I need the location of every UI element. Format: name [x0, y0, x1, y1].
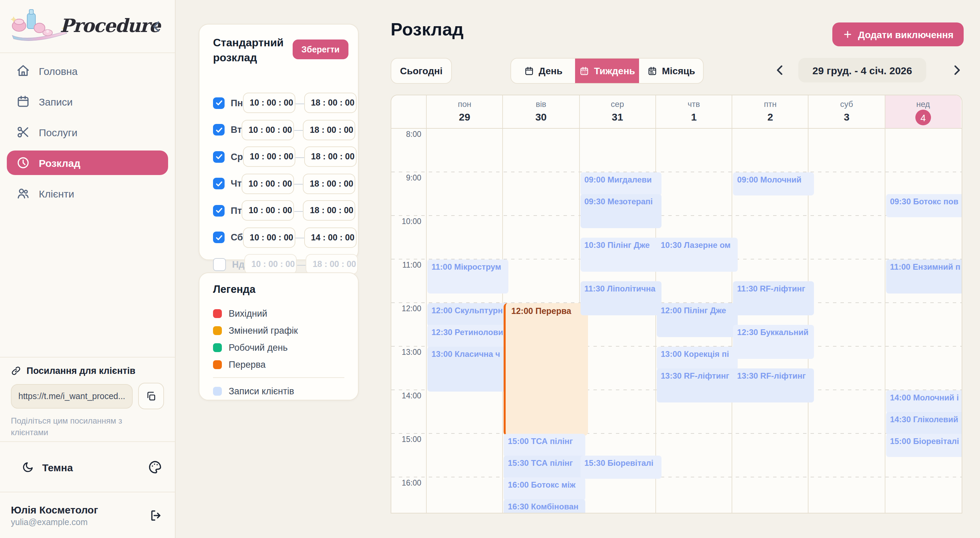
day-header-сер[interactable]: сер 31: [579, 95, 655, 128]
schedule-row-Пн: Пн 10 : 00 : 00 — 18 : 00 : 00: [213, 93, 350, 112]
next-week-button[interactable]: [950, 63, 964, 77]
booking-event[interactable]: 12:30 Ретинолови: [427, 325, 509, 348]
today-button[interactable]: Сьогодні: [391, 58, 452, 84]
sidebar-item-services[interactable]: Послуги: [7, 120, 168, 144]
end-time-input[interactable]: 18 : 00 : 00: [304, 93, 356, 113]
legend-item: Робочий день: [213, 339, 344, 356]
day-header-птн[interactable]: птн 2: [732, 95, 808, 128]
end-time-input[interactable]: 18 : 00 : 00: [303, 120, 355, 140]
booking-event[interactable]: 10:30 Лазерне ом: [657, 238, 738, 272]
end-time-input[interactable]: 18 : 00 : 00: [303, 173, 355, 194]
app-logo: Procedure: [7, 5, 160, 45]
legend-color-chip: [213, 326, 222, 335]
booking-event[interactable]: 11:30 Ліполітична: [580, 281, 662, 315]
hour-gridline: [391, 215, 962, 216]
booking-event[interactable]: 09:00 Мигдалеви: [580, 172, 662, 195]
day-label: Нд: [232, 259, 245, 269]
booking-event[interactable]: 13:30 RF-ліфтинг: [733, 369, 814, 402]
end-time-input[interactable]: 18 : 00 : 00: [306, 254, 358, 275]
time-axis-label: 15:00: [391, 434, 421, 445]
prev-week-button[interactable]: [773, 63, 787, 77]
save-button[interactable]: Зберегти: [293, 40, 348, 59]
palette-icon[interactable]: [148, 460, 163, 475]
time-range-dash: —: [297, 259, 306, 269]
end-time-input[interactable]: 18 : 00 : 00: [303, 200, 356, 221]
booking-event[interactable]: 12:00 Скульптурн: [427, 303, 509, 326]
sidebar-item-appointments[interactable]: Записи: [7, 89, 168, 114]
day-header-нед[interactable]: нед 4: [885, 95, 961, 128]
logout-icon[interactable]: [149, 509, 163, 522]
sidebar-item-schedule[interactable]: Розклад: [7, 150, 168, 175]
start-time-input[interactable]: 10 : 00 : 00: [242, 200, 294, 221]
start-time-input[interactable]: 10 : 00 : 00: [245, 254, 297, 275]
day-date: 29: [427, 111, 503, 123]
day-checkbox[interactable]: [213, 231, 224, 243]
day-checkbox[interactable]: [213, 151, 224, 163]
tab-label: Тиждень: [594, 65, 635, 76]
start-time-input[interactable]: 10 : 00 : 00: [243, 227, 295, 247]
add-exception-button[interactable]: Додати виключення: [832, 22, 964, 46]
sidebar-collapse-button[interactable]: [149, 19, 164, 34]
booking-event[interactable]: 09:00 Молочний: [733, 172, 814, 195]
schedule-day-rows: Пн 10 : 00 : 00 — 18 : 00 : 00 Вт 10 : 0…: [213, 93, 350, 274]
start-time-input[interactable]: 10 : 00 : 00: [243, 93, 295, 113]
booking-event[interactable]: 13:00 Корекція пі: [657, 346, 738, 370]
theme-toggle-label[interactable]: Темна: [42, 461, 148, 473]
day-checkbox[interactable]: [213, 178, 224, 189]
booking-event[interactable]: 15:00 Біоревіталі: [886, 434, 962, 457]
copy-link-button[interactable]: [138, 383, 164, 409]
booking-event[interactable]: 14:30 Гліколевий: [886, 412, 962, 435]
date-range[interactable]: 29 груд. - 4 січ. 2026: [798, 58, 926, 82]
booking-event[interactable]: 10:30 Пілінг Дже: [580, 238, 662, 272]
day-checkbox[interactable]: [213, 124, 224, 136]
day-header-чтв[interactable]: чтв 1: [656, 95, 732, 128]
time-axis-label: 12:00: [391, 303, 421, 314]
booking-event[interactable]: 11:00 Мікрострум: [427, 259, 509, 294]
sidebar-item-clients[interactable]: Клієнти: [7, 181, 168, 206]
booking-event[interactable]: 12:00 Пілінг Дже: [657, 303, 738, 337]
time-range-dash: —: [295, 232, 304, 243]
booking-event[interactable]: 14:00 Молочний і: [886, 390, 962, 413]
day-name: нед: [885, 99, 961, 109]
sidebar-item-home[interactable]: Головна: [7, 59, 168, 83]
plus-icon: [843, 29, 853, 40]
time-axis-label: 14:00: [391, 390, 421, 401]
tab-week[interactable]: Тиждень: [575, 59, 639, 83]
end-time-input[interactable]: 14 : 00 : 00: [304, 227, 356, 247]
booking-event[interactable]: 16:30 Комбінован: [504, 499, 585, 514]
week-calendar-grid: пон 29 вів 30 сер 31 чтв 1 птн 2: [391, 95, 962, 514]
booking-event[interactable]: 15:30 ТСА пілінг: [504, 456, 585, 479]
booking-event[interactable]: 15:00 ТСА пілінг: [504, 434, 585, 457]
booking-event[interactable]: 15:30 Біоревіталі: [580, 456, 662, 479]
booking-event[interactable]: 11:00 Ензимний п: [886, 259, 962, 294]
users-icon: [16, 187, 30, 200]
time-axis-label: 9:00: [391, 172, 421, 183]
booking-event[interactable]: 12:30 Буккальний: [733, 325, 814, 359]
day-checkbox[interactable]: [213, 204, 224, 216]
booking-event[interactable]: 13:00 Класична ч: [427, 346, 509, 391]
column-separator: [426, 95, 427, 513]
tab-day[interactable]: День: [511, 59, 575, 83]
end-time-input[interactable]: 18 : 00 : 00: [304, 147, 356, 167]
start-time-input[interactable]: 10 : 00 : 00: [242, 120, 294, 140]
day-label: Чт: [231, 179, 242, 188]
day-header-суб[interactable]: суб 3: [809, 95, 885, 128]
booking-event[interactable]: 13:30 RF-ліфтинг: [657, 369, 738, 402]
tab-month[interactable]: Місяць: [639, 59, 703, 83]
day-header-вів[interactable]: вів 30: [503, 95, 579, 128]
column-separator: [885, 95, 885, 513]
day-checkbox[interactable]: [213, 258, 226, 271]
client-link-input[interactable]: https://t.me/i_want_proced...: [11, 384, 132, 408]
booking-event[interactable]: 09:30 Мезотерапі: [580, 194, 662, 228]
start-time-input[interactable]: 10 : 00 : 00: [243, 147, 295, 167]
legend-title: Легенда: [213, 283, 256, 295]
day-date: 31: [579, 111, 655, 123]
booking-event[interactable]: 11:30 RF-ліфтинг: [733, 281, 814, 315]
day-header-пон[interactable]: пон 29: [427, 95, 503, 128]
day-checkbox[interactable]: [213, 97, 224, 109]
scissors-icon: [16, 125, 30, 139]
booking-event[interactable]: 16:00 Ботокс між: [504, 477, 585, 501]
start-time-input[interactable]: 10 : 00 : 00: [242, 173, 294, 194]
booking-event[interactable]: 09:30 Ботокс пов: [886, 194, 962, 217]
break-event[interactable]: 12:00 Перерва: [504, 303, 588, 436]
